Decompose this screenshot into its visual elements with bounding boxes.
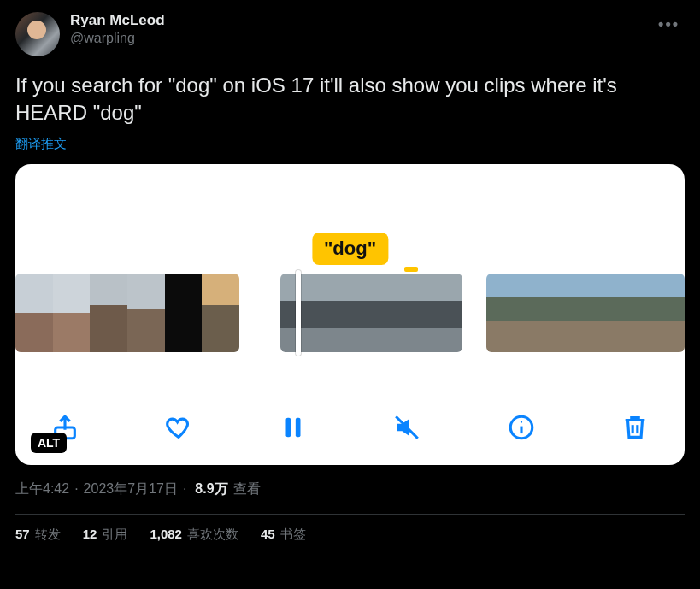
clip-thumbnail[interactable] <box>127 274 165 352</box>
clip-thumbnail[interactable] <box>416 274 462 352</box>
info-icon[interactable] <box>504 410 538 445</box>
playhead[interactable] <box>296 270 301 356</box>
clip-thumbnail[interactable] <box>651 274 685 352</box>
clip-thumbnail[interactable] <box>15 274 53 352</box>
video-toolbar <box>15 410 685 445</box>
tweet-date[interactable]: 2023年7月17日 <box>84 480 178 498</box>
tweet-stats: 57 转发 12 引用 1,082 喜欢次数 45 书签 <box>15 527 685 543</box>
clip-thumbnail[interactable] <box>90 274 127 352</box>
bookmarks-count: 45 <box>261 527 275 543</box>
bookmarks-label: 书签 <box>280 527 306 543</box>
svg-point-6 <box>520 421 521 422</box>
author-names[interactable]: Ryan McLeod @warpling <box>70 12 165 46</box>
quotes-count: 12 <box>83 527 97 543</box>
clip-thumbnail[interactable] <box>486 274 520 352</box>
avatar[interactable] <box>15 12 60 56</box>
clip-thumbnail[interactable] <box>326 274 371 352</box>
tweet-container: Ryan McLeod @warpling ••• If you search … <box>15 12 685 543</box>
bookmarks-stat[interactable]: 45 书签 <box>261 527 306 543</box>
tweet-time[interactable]: 上午4:42 <box>15 480 69 498</box>
likes-stat[interactable]: 1,082 喜欢次数 <box>150 527 238 543</box>
tweet-header: Ryan McLeod @warpling ••• <box>15 12 685 56</box>
clip-thumbnail[interactable] <box>619 274 652 352</box>
likes-label: 喜欢次数 <box>187 527 238 543</box>
retweets-count: 57 <box>15 527 30 543</box>
retweets-label: 转发 <box>35 527 61 543</box>
views-label: 查看 <box>233 480 261 498</box>
heart-icon[interactable] <box>162 410 196 445</box>
likes-count: 1,082 <box>150 527 182 543</box>
svg-rect-2 <box>296 417 301 437</box>
clip-group[interactable] <box>486 274 685 352</box>
clip-thumbnail[interactable] <box>371 274 416 352</box>
alt-badge[interactable]: ALT <box>31 433 67 453</box>
meta-separator: · <box>183 481 186 497</box>
video-timeline[interactable] <box>15 274 685 352</box>
search-term-bubble: "dog" <box>312 233 388 265</box>
tweet-text: If you search for "dog" on iOS 17 it'll … <box>15 72 685 127</box>
clip-thumbnail[interactable] <box>165 274 203 352</box>
clip-group[interactable] <box>280 274 462 352</box>
quotes-stat[interactable]: 12 引用 <box>83 527 128 543</box>
more-options-icon[interactable]: ••• <box>653 12 685 37</box>
divider <box>15 514 685 515</box>
playhead-marker-icon <box>404 267 418 272</box>
clip-thumbnail[interactable] <box>585 274 619 352</box>
clip-thumbnail[interactable] <box>519 274 552 352</box>
clip-thumbnail[interactable] <box>552 274 585 352</box>
handle: @warpling <box>70 31 165 46</box>
clip-thumbnail[interactable] <box>202 274 239 352</box>
media-attachment[interactable]: "dog" <box>15 164 685 465</box>
pause-icon[interactable] <box>276 410 310 445</box>
clip-thumbnail[interactable] <box>53 274 91 352</box>
views-count: 8.9万 <box>195 480 227 498</box>
quotes-label: 引用 <box>102 527 127 543</box>
svg-rect-1 <box>285 417 291 437</box>
retweets-stat[interactable]: 57 转发 <box>15 527 61 543</box>
trash-icon[interactable] <box>618 410 652 445</box>
mute-icon[interactable] <box>390 410 424 445</box>
meta-separator: · <box>74 481 78 497</box>
clip-thumbnail[interactable] <box>280 274 326 352</box>
translate-link[interactable]: 翻译推文 <box>15 136 67 152</box>
tweet-meta: 上午4:42 · 2023年7月17日 · 8.9万 查看 <box>15 480 685 498</box>
clip-group[interactable] <box>15 274 239 352</box>
display-name: Ryan McLeod <box>70 12 165 29</box>
